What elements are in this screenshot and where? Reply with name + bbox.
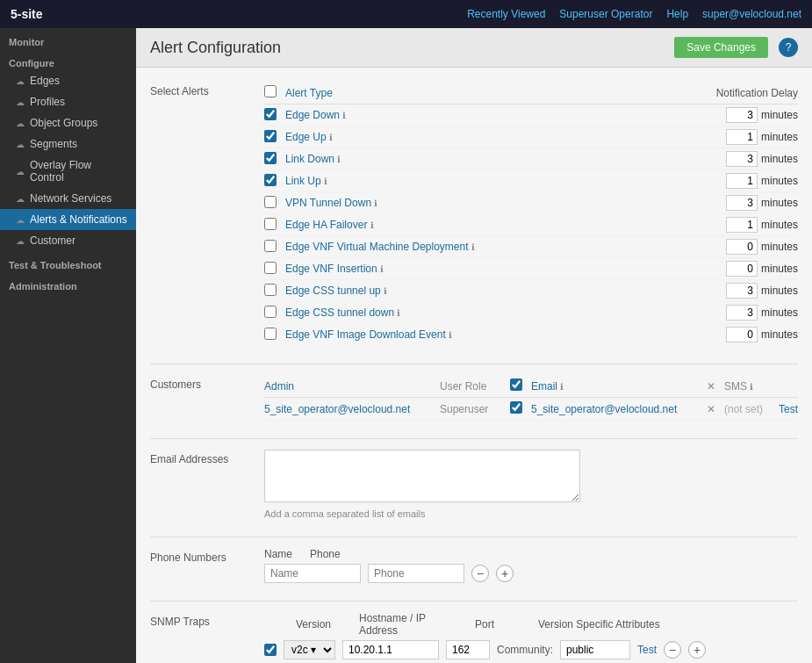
col-type-header: Alert Type: [285, 87, 693, 99]
delay-input-8[interactable]: [726, 283, 758, 299]
snmp-add-button[interactable]: +: [688, 641, 706, 659]
cloud-icon: ☁: [16, 97, 25, 107]
alert-checkbox-10[interactable]: [264, 328, 277, 340]
info-icon-3[interactable]: ℹ: [324, 177, 327, 186]
phone-phone-input[interactable]: [368, 564, 464, 583]
phone-name-input[interactable]: [264, 564, 361, 583]
email-textarea[interactable]: [264, 450, 580, 502]
delay-input-6[interactable]: [726, 239, 758, 255]
snmp-version-select[interactable]: v2c ▾: [284, 640, 335, 659]
email-hint: Add a comma separated list of emails: [264, 508, 580, 519]
info-icon-4[interactable]: ℹ: [374, 198, 377, 208]
sidebar-item-label: Edges: [30, 75, 60, 87]
alert-checkbox-9[interactable]: [264, 306, 277, 318]
sidebar-item-alerts[interactable]: ☁ Alerts & Notifications: [0, 209, 136, 230]
delay-input-9[interactable]: [726, 305, 758, 321]
snmp-col-vsa: Version Specific Attributes: [538, 618, 798, 631]
customer-test-link[interactable]: Test: [779, 403, 798, 415]
phone-col-name: Name: [264, 548, 292, 560]
phone-add-button[interactable]: +: [496, 565, 514, 582]
alert-checkbox-3[interactable]: [264, 174, 277, 186]
email-col-checkbox[interactable]: [510, 378, 522, 391]
alert-checkbox-2[interactable]: [264, 152, 277, 164]
info-icon-9[interactable]: ℹ: [397, 308, 400, 318]
sidebar-item-object-groups[interactable]: ☁ Object Groups: [0, 112, 136, 133]
info-icon-8[interactable]: ℹ: [384, 286, 387, 296]
delay-input-3[interactable]: [726, 173, 758, 189]
info-icon-0[interactable]: ℹ: [342, 111, 346, 120]
nav-superuser[interactable]: Superuser Operator: [559, 8, 652, 20]
info-icon-7[interactable]: ℹ: [380, 264, 384, 274]
sidebar-item-edges[interactable]: ☁ Edges: [0, 70, 136, 91]
nav-help[interactable]: Help: [666, 8, 688, 20]
sidebar: Monitor Configure ☁ Edges ☁ Profiles ☁ O…: [0, 28, 136, 663]
phone-label: Phone Numbers: [150, 548, 264, 583]
alert-checkbox-6[interactable]: [264, 240, 277, 252]
email-info-icon[interactable]: ℹ: [560, 382, 564, 392]
col-delay-header: Notification Delay: [693, 87, 798, 99]
info-icon-6[interactable]: ℹ: [471, 242, 475, 252]
alert-checkbox-8[interactable]: [264, 284, 277, 296]
customer-role: Superuser: [440, 403, 510, 415]
alert-row: Link Down ℹ minutes: [264, 148, 798, 170]
customer-row: 5_site_operator@velocloud.net Superuser …: [264, 398, 798, 421]
customer-email-checkbox[interactable]: [510, 401, 522, 414]
help-button[interactable]: ?: [779, 38, 798, 57]
snmp-col-host: Hostname / IP Address: [359, 612, 464, 637]
delay-input-2[interactable]: [726, 151, 758, 167]
alert-row: Edge VNF Virtual Machine Deployment ℹ mi…: [264, 236, 798, 258]
delay-input-5[interactable]: [726, 217, 758, 233]
snmp-row-checkbox[interactable]: [264, 644, 277, 656]
sidebar-item-network-services[interactable]: ☁ Network Services: [0, 188, 136, 209]
delay-input-1[interactable]: [726, 129, 758, 145]
select-all-checkbox[interactable]: [264, 85, 277, 97]
delay-input-7[interactable]: [726, 261, 758, 277]
alerts-section: Select Alerts Alert Type Notification De…: [150, 82, 798, 346]
snmp-community-input[interactable]: [560, 640, 630, 659]
top-nav: Recently Viewed Superuser Operator Help …: [467, 8, 801, 20]
sidebar-item-profiles[interactable]: ☁ Profiles: [0, 91, 136, 112]
alert-name-6: Edge VNF Virtual Machine Deployment: [285, 241, 469, 253]
delay-input-10[interactable]: [726, 327, 758, 342]
customers-section: Customers Admin User Role Email ℹ ✕ SMS …: [150, 375, 798, 421]
alert-checkbox-4[interactable]: [264, 196, 277, 208]
snmp-port-input[interactable]: [446, 640, 490, 659]
snmp-row: v2c ▾ Community: Test − +: [264, 640, 798, 659]
sidebar-item-overlay-flow-control[interactable]: ☁ Overlay Flow Control: [0, 155, 136, 188]
info-icon-5[interactable]: ℹ: [370, 220, 374, 230]
phone-section: Phone Numbers Name Phone − +: [150, 548, 798, 583]
nav-recently-viewed[interactable]: Recently Viewed: [467, 8, 545, 20]
customer-sms-x: ✕: [707, 403, 724, 415]
alert-checkbox-7[interactable]: [264, 262, 277, 274]
sms-info-icon[interactable]: ℹ: [750, 382, 753, 392]
alert-name-4: VPN Tunnel Down: [285, 197, 371, 209]
delay-input-4[interactable]: [726, 195, 758, 211]
minutes-label-6: minutes: [761, 241, 798, 253]
cloud-icon: ☁: [16, 119, 25, 128]
nav-user[interactable]: super@velocloud.net: [702, 8, 801, 20]
sidebar-item-customer[interactable]: ☁ Customer: [0, 230, 136, 251]
alert-row: Edge Down ℹ minutes: [264, 104, 798, 126]
delay-input-0[interactable]: [726, 107, 758, 123]
sidebar-item-segments[interactable]: ☁ Segments: [0, 133, 136, 155]
customer-sms: (not set): [724, 403, 779, 415]
info-icon-2[interactable]: ℹ: [337, 155, 341, 164]
snmp-remove-button[interactable]: −: [664, 641, 681, 659]
info-icon-10[interactable]: ℹ: [449, 330, 452, 340]
alert-row: Edge Up ℹ minutes: [264, 126, 798, 148]
minutes-label-4: minutes: [761, 197, 798, 209]
alert-row: Edge VNF Insertion ℹ minutes: [264, 258, 798, 280]
alert-checkbox-0[interactable]: [264, 108, 277, 120]
minutes-label-7: minutes: [761, 263, 798, 275]
snmp-test-link[interactable]: Test: [637, 644, 657, 656]
sidebar-section-admin: Administration: [0, 276, 136, 293]
info-icon-1[interactable]: ℹ: [329, 133, 333, 142]
cloud-icon: ☁: [16, 140, 25, 149]
save-button[interactable]: Save Changes: [674, 37, 768, 58]
sms-x-icon: ✕: [707, 380, 724, 393]
alert-checkbox-1[interactable]: [264, 130, 277, 142]
alert-checkbox-5[interactable]: [264, 218, 277, 230]
col-email-header: Email ℹ: [531, 380, 707, 393]
snmp-host-input[interactable]: [342, 640, 439, 659]
phone-remove-button[interactable]: −: [471, 565, 489, 582]
